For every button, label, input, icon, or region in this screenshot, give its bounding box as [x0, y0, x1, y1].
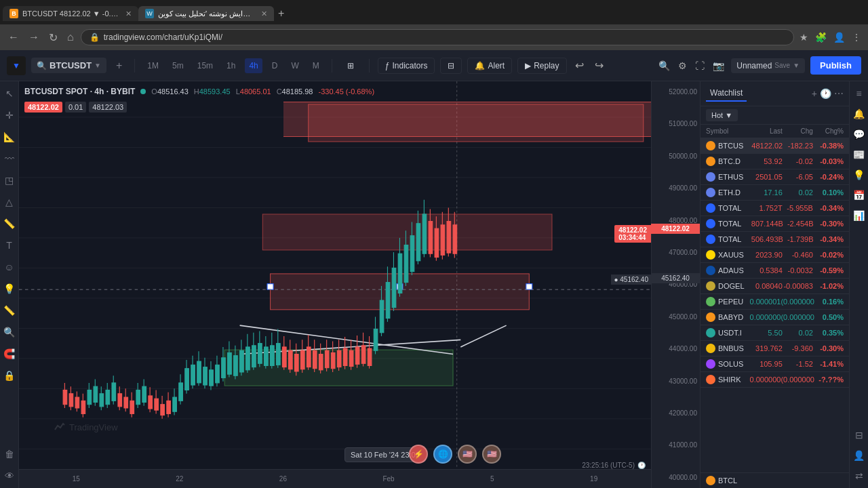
- screener-icon[interactable]: 📊: [852, 209, 866, 222]
- more-icon-btn[interactable]: ⋯: [834, 88, 844, 99]
- fib-tool[interactable]: 〰: [3, 152, 16, 165]
- text-tool[interactable]: T: [3, 239, 16, 252]
- ideas-tool[interactable]: 💡: [3, 282, 16, 296]
- tf-15m[interactable]: 15m: [193, 58, 217, 73]
- ticker-row[interactable]: ETH.D 17.16 0.02 0.10%: [701, 185, 849, 201]
- refresh-button[interactable]: ↻: [46, 30, 60, 45]
- indicators-button[interactable]: ƒ Indicators: [378, 58, 435, 74]
- trash-tool[interactable]: 🗑: [3, 447, 16, 461]
- ticker-row[interactable]: TOTAL 506.493B -1.739B -0.34%: [701, 232, 849, 247]
- svg-line-22: [460, 325, 506, 347]
- price-45000: 45000.00: [654, 313, 697, 321]
- forward-button[interactable]: →: [26, 30, 42, 45]
- prediction-tool[interactable]: △: [3, 195, 16, 209]
- tab-1[interactable]: B BTCUSDT 48122.02 ▼ -0.38% ✕: [3, 6, 138, 21]
- publish-button[interactable]: Publish: [810, 56, 861, 75]
- symbol-search[interactable]: 🔍 BTCUSDT ▼: [31, 58, 106, 73]
- settings-button[interactable]: ⚙: [677, 59, 688, 73]
- lock-tool[interactable]: 🔒: [3, 369, 16, 382]
- exchange-icon[interactable]: ⇄: [852, 469, 866, 483]
- ticker-row[interactable]: SHIRK 0.000000( 0.000000 -?.??%: [701, 372, 849, 388]
- replay-button[interactable]: ▶ Replay: [517, 58, 566, 74]
- unnamed-button[interactable]: Unnamed Save ▼: [731, 58, 805, 73]
- crosshair-tool[interactable]: ✛: [3, 108, 16, 122]
- news-icon[interactable]: 📰: [852, 148, 866, 161]
- watchlist-icon[interactable]: ≡: [852, 87, 866, 100]
- ticker-row[interactable]: DOGEL 0.08040 -0.00083 -1.02%: [701, 279, 849, 294]
- tf-w[interactable]: W: [287, 58, 302, 73]
- tradingview-text: TradingView: [69, 422, 118, 432]
- profile-button[interactable]: 👤: [832, 30, 846, 44]
- ticker-icon: [706, 312, 715, 322]
- tf-1h[interactable]: 1h: [222, 58, 239, 73]
- indicator-btn-4[interactable]: 🇺🇸: [482, 445, 501, 464]
- tab1-close[interactable]: ✕: [125, 9, 132, 18]
- pattern-tool[interactable]: ◳: [3, 174, 16, 187]
- zoom-in-button[interactable]: 🔍: [657, 59, 671, 73]
- tf-d[interactable]: D: [268, 58, 282, 73]
- nav-bar: ← → ↻ ⌂ 🔒 tradingview.com/chart/uKp1iQMi…: [0, 24, 868, 50]
- svg-rect-13: [262, 214, 552, 250]
- chart-area[interactable]: BTCUSDT SPOT · 4h · BYBIT O48516.43 H485…: [19, 81, 700, 488]
- ticker-row[interactable]: ETHUS 2501.05 -6.05 -0.24%: [701, 169, 849, 185]
- ticker-row[interactable]: XAUUS 2023.90 -0.460 -0.02%: [701, 247, 849, 263]
- add-watchlist-btn[interactable]: +: [812, 88, 817, 99]
- ticker-row[interactable]: PEPEU 0.000001( 0.000000 0.16%: [701, 294, 849, 310]
- indicator-btn-2[interactable]: 🌐: [433, 445, 452, 464]
- ticker-row[interactable]: BTC.D 53.92 -0.02 -0.03%: [701, 154, 849, 169]
- eye-tool[interactable]: 👁: [3, 469, 16, 483]
- zoom-tool[interactable]: 🔍: [3, 325, 16, 339]
- ticker-row[interactable]: BNBUS 319.762 -9.360 -0.30%: [701, 341, 849, 357]
- tradingview-logo: TradingView: [53, 420, 118, 434]
- new-tab-button[interactable]: +: [274, 7, 288, 20]
- indicator-btn-1[interactable]: ⚡: [409, 445, 428, 464]
- profile-right-icon[interactable]: 👤: [852, 449, 866, 462]
- tf-m[interactable]: M: [309, 58, 323, 73]
- back-button[interactable]: ←: [5, 30, 22, 45]
- tab2-close[interactable]: ✕: [261, 9, 267, 18]
- watchlist-tab[interactable]: Watchlist: [706, 85, 747, 102]
- svg-rect-116: [343, 348, 347, 365]
- undo-button[interactable]: ↩: [572, 58, 587, 73]
- tf-4h[interactable]: 4h: [245, 58, 262, 73]
- indicator-btn-3[interactable]: 🇺🇸: [458, 445, 477, 464]
- magnet-tool[interactable]: 🧲: [3, 347, 16, 361]
- ticker-row[interactable]: BTCUS 48122.02 -182.23 -0.38%: [701, 138, 849, 154]
- chart-type-button[interactable]: ⊞: [340, 58, 361, 73]
- ticker-row[interactable]: USDT.I 5.50 0.02 0.35%: [701, 325, 849, 341]
- ticker-row[interactable]: TOTAL 807.144B -2.454B -0.30%: [701, 216, 849, 232]
- templates-button[interactable]: ⊟: [440, 58, 462, 74]
- bookmark-button[interactable]: ★: [798, 30, 810, 44]
- tab-2[interactable]: W ویرایش نوشته 'تحلیل بیت کوین ...' ✕: [138, 6, 274, 21]
- measure-tool[interactable]: 📏: [3, 304, 16, 317]
- ticker-row[interactable]: TOTAL 1.752T -5.955B -0.34%: [701, 201, 849, 216]
- fullscreen-button[interactable]: ⛶: [694, 59, 706, 73]
- home-button[interactable]: ⌂: [64, 30, 77, 45]
- calendar-icon[interactable]: 📅: [852, 188, 866, 202]
- chat-icon[interactable]: 💬: [852, 127, 866, 141]
- address-bar[interactable]: 🔒 tradingview.com/chart/uKp1iQMi/: [81, 29, 794, 45]
- tv-logo-btn[interactable]: ▼: [7, 56, 26, 75]
- ticker-row[interactable]: BABYD 0.000000( 0.000000 0.50%: [701, 310, 849, 325]
- emoji-tool[interactable]: ☺: [3, 260, 16, 274]
- cursor-tool[interactable]: ↖: [3, 87, 16, 100]
- ruler-tool[interactable]: 📏: [3, 217, 16, 230]
- svg-rect-110: [325, 350, 329, 367]
- tf-1m[interactable]: 1M: [143, 58, 163, 73]
- redo-button[interactable]: ↪: [592, 58, 606, 73]
- ideas-right-icon[interactable]: 💡: [852, 168, 866, 182]
- alerts-icon[interactable]: 🔔: [852, 107, 866, 121]
- snapshot-button[interactable]: 📷: [711, 59, 726, 73]
- extensions-button[interactable]: 🧩: [814, 30, 828, 44]
- alert-button[interactable]: 🔔 Alert: [467, 58, 512, 74]
- clock-icon-btn[interactable]: 🕐: [820, 88, 831, 99]
- hot-filter-btn[interactable]: Hot ▼: [706, 109, 738, 121]
- add-symbol-button[interactable]: +: [112, 57, 126, 75]
- tf-5m[interactable]: 5m: [168, 58, 188, 73]
- menu-button[interactable]: ⋮: [850, 30, 863, 44]
- ticker-row[interactable]: ADAUS 0.5384 -0.0032 -0.59%: [701, 263, 849, 279]
- drawing-tools-group[interactable]: 📐: [3, 130, 16, 144]
- ticker-row[interactable]: SOLUS 105.95 -1.52 -1.41%: [701, 357, 849, 372]
- svg-rect-140: [416, 224, 420, 261]
- layout-icon[interactable]: ⊟: [852, 428, 866, 442]
